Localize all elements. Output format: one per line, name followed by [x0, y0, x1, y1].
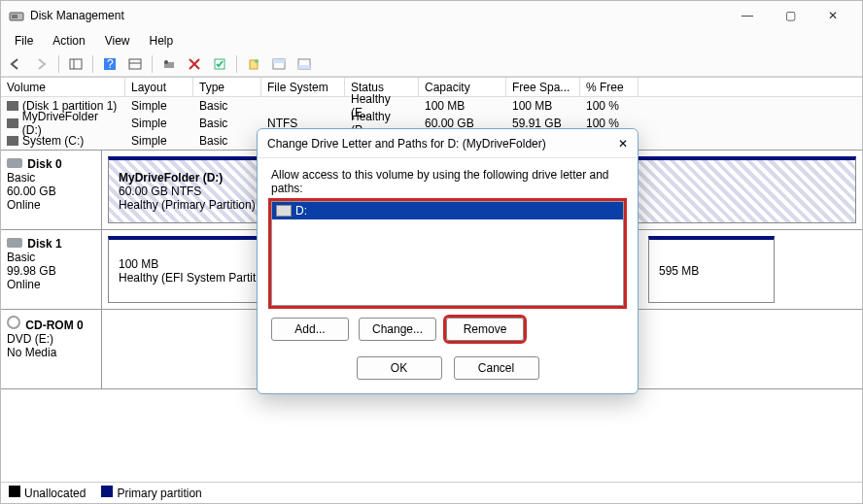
cell-pct: 100 % — [580, 97, 639, 115]
menu-file[interactable]: File — [7, 32, 41, 50]
list-top-button[interactable] — [267, 53, 291, 75]
menubar: File Action View Help — [1, 30, 862, 51]
legend-unallocated: Unallocated — [9, 486, 86, 500]
menu-view[interactable]: View — [97, 32, 138, 50]
new-button[interactable] — [242, 53, 265, 75]
svg-point-12 — [255, 59, 259, 63]
drive-icon — [276, 205, 292, 217]
cell-layout: Simple — [125, 97, 193, 115]
cell-layout: Simple — [125, 132, 193, 150]
primary-swatch — [101, 486, 113, 497]
col-layout[interactable]: Layout — [125, 78, 193, 96]
disk-info[interactable]: CD-ROM 0DVD (E:)No Media — [1, 310, 102, 388]
disk-name: Disk 1 — [24, 237, 62, 251]
col-capacity[interactable]: Capacity — [419, 78, 506, 96]
cell-capacity: 100 MB — [419, 97, 506, 115]
cell-free: 100 MB — [506, 97, 580, 115]
cell-fs — [261, 97, 345, 115]
col-type[interactable]: Type — [193, 78, 261, 96]
svg-text:?: ? — [107, 57, 114, 71]
cell-layout: Simple — [125, 115, 193, 132]
svg-rect-16 — [298, 65, 310, 69]
partition-size: 100 MB — [119, 257, 272, 271]
drive-list-item-label: D: — [295, 204, 307, 218]
svg-rect-14 — [273, 59, 285, 63]
legend-primary: Primary partition — [101, 486, 201, 500]
menu-help[interactable]: Help — [142, 32, 182, 50]
svg-point-9 — [164, 60, 168, 64]
app-icon — [9, 8, 24, 23]
cancel-button[interactable]: Cancel — [454, 356, 539, 380]
hdd-icon — [7, 238, 22, 248]
partition-status: Healthy (EFI System Partiti — [119, 271, 272, 285]
window-title: Disk Management — [30, 9, 726, 22]
remove-button[interactable]: Remove — [446, 318, 524, 341]
drive-list-item[interactable]: D: — [272, 202, 623, 219]
change-button[interactable]: Change... — [359, 318, 436, 341]
separator — [92, 55, 93, 73]
help-button[interactable]: ? — [98, 53, 121, 75]
toolbar: ? — [1, 51, 862, 77]
col-volume[interactable]: Volume — [1, 78, 125, 96]
properties-button[interactable] — [208, 53, 231, 75]
list-bottom-button[interactable] — [293, 53, 316, 75]
dialog-close-button[interactable]: ✕ — [618, 137, 628, 151]
svg-rect-1 — [12, 15, 17, 18]
partition[interactable]: 595 MB — [648, 236, 775, 303]
svg-rect-2 — [70, 59, 82, 69]
refresh-button[interactable] — [157, 53, 181, 75]
disk-name: CD-ROM 0 — [22, 319, 84, 332]
drive-letter-list[interactable]: D: — [271, 201, 624, 306]
minimize-button[interactable]: — — [726, 2, 769, 29]
titlebar[interactable]: Disk Management — ▢ ✕ — [1, 1, 862, 30]
back-button[interactable] — [5, 53, 28, 75]
volume-icon — [7, 101, 18, 111]
legend: Unallocated Primary partition — [1, 482, 862, 503]
cell-type: Basic — [193, 132, 261, 150]
col-freespace[interactable]: Free Spa... — [506, 78, 580, 96]
hdd-icon — [7, 158, 22, 168]
disk-info[interactable]: Disk 0Basic60.00 GBOnline — [1, 151, 102, 229]
separator — [58, 55, 59, 73]
unallocated-swatch — [9, 486, 20, 497]
partition-size: 595 MB — [659, 264, 764, 278]
cd-icon — [7, 316, 20, 329]
cell-type: Basic — [193, 97, 261, 115]
volume-icon — [7, 136, 18, 146]
disk-info[interactable]: Disk 1Basic99.98 GBOnline — [1, 230, 102, 309]
forward-button[interactable] — [30, 53, 53, 75]
close-button[interactable]: ✕ — [811, 2, 854, 29]
separator — [152, 55, 153, 73]
show-hide-button[interactable] — [64, 53, 87, 75]
col-pctfree[interactable]: % Free — [580, 78, 639, 96]
cell-type: Basic — [193, 115, 261, 132]
dialog-titlebar[interactable]: Change Drive Letter and Paths for D: (My… — [258, 129, 638, 158]
cell-volume: System (C:) — [1, 132, 125, 150]
change-drive-letter-dialog: Change Drive Letter and Paths for D: (My… — [257, 128, 639, 394]
maximize-button[interactable]: ▢ — [769, 2, 811, 29]
table-row[interactable]: (Disk 1 partition 1)SimpleBasicHealthy (… — [1, 97, 862, 115]
menu-action[interactable]: Action — [45, 32, 92, 50]
table-header-row: Volume Layout Type File System Status Ca… — [1, 78, 862, 97]
settings-button[interactable] — [123, 53, 147, 75]
volume-icon — [7, 118, 18, 128]
cell-volume: MyDriveFolder (D:) — [1, 115, 125, 132]
svg-rect-6 — [129, 59, 141, 69]
dialog-message: Allow access to this volume by using the… — [271, 168, 624, 195]
separator — [236, 55, 237, 73]
add-button[interactable]: Add... — [271, 318, 349, 341]
delete-button[interactable] — [183, 53, 206, 75]
ok-button[interactable]: OK — [357, 356, 442, 380]
dialog-title: Change Drive Letter and Paths for D: (My… — [267, 137, 618, 151]
disk-name: Disk 0 — [24, 157, 62, 171]
col-filesystem[interactable]: File System — [261, 78, 345, 96]
